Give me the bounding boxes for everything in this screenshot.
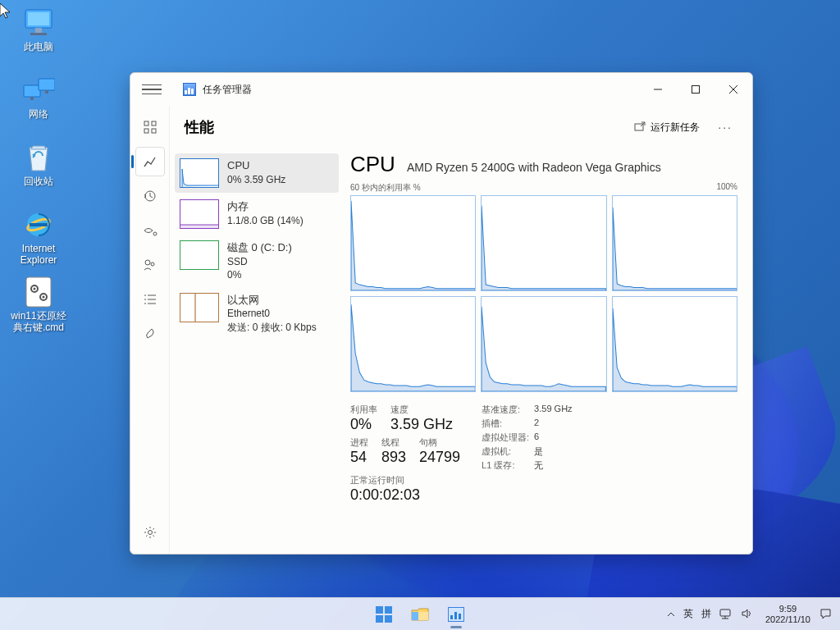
svg-rect-16: [692, 86, 700, 94]
ime-mode[interactable]: 拼: [701, 607, 711, 621]
tray-up-icon[interactable]: [667, 609, 675, 619]
details-tab[interactable]: [135, 285, 165, 314]
svg-rect-52: [412, 612, 418, 620]
svg-rect-5: [39, 79, 55, 90]
svg-rect-54: [450, 615, 453, 619]
explorer-button[interactable]: [405, 600, 435, 629]
kv-row: 插槽:2: [482, 418, 572, 430]
run-icon: [634, 121, 646, 133]
svg-rect-2: [35, 28, 42, 33]
settings-button[interactable]: [135, 518, 165, 547]
svg-rect-4: [24, 85, 40, 97]
cpu-graph-4: [481, 296, 606, 392]
speed-value: 3.59 GHz: [390, 416, 453, 433]
svg-rect-3: [30, 33, 47, 35]
ie-icon[interactable]: InternetExplorer: [7, 202, 71, 269]
minimize-button[interactable]: [639, 73, 677, 106]
perf-item-mem[interactable]: 内存1.1/8.0 GB (14%): [175, 194, 339, 234]
perf-item-eth[interactable]: 以太网Ethernet0发送: 0 接收: 0 Kbps: [175, 288, 339, 339]
services-tab[interactable]: [135, 319, 165, 349]
cpu-graph-1: [481, 195, 606, 291]
svg-rect-1: [28, 12, 49, 25]
network-tray-icon[interactable]: [719, 608, 733, 621]
performance-tab[interactable]: [135, 147, 165, 176]
sound-tray-icon[interactable]: [741, 608, 754, 621]
processes-tab[interactable]: [135, 112, 165, 142]
cmd-file-icon[interactable]: win11还原经典右键.cmd: [7, 269, 71, 336]
cpu-graph-0: [350, 195, 476, 291]
svg-line-38: [146, 528, 148, 530]
cpu-graph-2: [612, 195, 737, 291]
kv-row: 虚拟处理器:6: [482, 431, 572, 444]
svg-rect-49: [376, 615, 383, 623]
menu-icon[interactable]: [142, 84, 162, 95]
svg-point-24: [153, 232, 157, 235]
taskmgr-button[interactable]: [441, 600, 471, 629]
uptime-value: 0:00:02:03: [350, 486, 460, 504]
svg-rect-47: [376, 606, 383, 614]
perf-sidebar: CPU0% 3.59 GHz内存1.1/8.0 GB (14%)磁盘 0 (C:…: [170, 148, 344, 554]
svg-rect-57: [720, 609, 730, 616]
titlebar[interactable]: 任务管理器: [130, 73, 752, 106]
more-button[interactable]: ···: [713, 117, 737, 137]
this-pc-icon[interactable]: 此电脑: [7, 0, 71, 67]
handles-value: 24799: [419, 449, 460, 466]
users-tab[interactable]: [135, 250, 165, 280]
threads-value: 893: [381, 449, 406, 466]
perf-item-disk[interactable]: 磁盘 0 (C: D:)SSD0%: [175, 235, 339, 286]
procs-value: 54: [350, 449, 368, 466]
page-title: 性能: [185, 117, 214, 137]
svg-rect-50: [385, 615, 392, 623]
detail-subtitle: AMD Ryzen 5 2400G with Radeon Vega Graph…: [407, 161, 661, 174]
taskmgr-icon: [183, 83, 196, 96]
ime-lang[interactable]: 英: [683, 607, 693, 621]
svg-rect-7: [45, 90, 48, 94]
recycle-bin-icon[interactable]: 回收站: [7, 135, 71, 202]
window-title: 任务管理器: [203, 83, 252, 97]
nav-rail: [130, 106, 170, 554]
svg-rect-6: [30, 97, 34, 100]
svg-rect-56: [459, 614, 461, 619]
notification-icon[interactable]: [819, 607, 832, 622]
svg-point-33: [148, 531, 152, 535]
cpu-detail: CPU AMD Ryzen 5 2400G with Radeon Vega G…: [344, 148, 752, 554]
cursor-icon: [0, 3, 13, 20]
startup-tab[interactable]: [135, 216, 165, 245]
perf-item-cpu[interactable]: CPU0% 3.59 GHz: [175, 153, 339, 193]
svg-point-14: [43, 296, 45, 299]
svg-line-39: [153, 536, 154, 537]
svg-rect-48: [385, 606, 392, 614]
maximize-button[interactable]: [677, 73, 714, 106]
util-value: 0%: [350, 416, 377, 433]
svg-rect-19: [144, 121, 148, 126]
cpu-graph-5: [612, 296, 737, 392]
svg-point-26: [151, 262, 154, 266]
kv-row: L1 缓存:无: [482, 459, 572, 472]
network-icon[interactable]: 网络: [7, 67, 71, 135]
cpu-graph-3: [350, 296, 476, 392]
run-new-task-button[interactable]: 运行新任务: [628, 117, 706, 138]
detail-title: CPU: [350, 152, 395, 177]
taskbar: 英 拼 9:59 2022/11/10: [0, 597, 840, 630]
start-button[interactable]: [369, 600, 399, 629]
kv-row: 基准速度:3.59 GHz: [482, 404, 572, 416]
svg-rect-20: [152, 121, 156, 126]
svg-rect-10: [26, 277, 51, 307]
close-button[interactable]: [714, 73, 752, 106]
svg-line-40: [146, 536, 148, 537]
svg-rect-55: [454, 612, 457, 619]
svg-rect-21: [144, 129, 148, 133]
app-history-tab[interactable]: [135, 181, 165, 211]
task-manager-window: 任务管理器 性能 运行新任务 ···: [130, 72, 753, 555]
kv-row: 虚拟机:是: [482, 445, 572, 458]
svg-point-25: [145, 260, 150, 265]
clock[interactable]: 9:59 2022/11/10: [765, 604, 810, 624]
svg-point-12: [34, 288, 36, 290]
svg-rect-22: [152, 129, 156, 133]
svg-rect-45: [180, 225, 218, 228]
svg-line-41: [153, 528, 154, 530]
